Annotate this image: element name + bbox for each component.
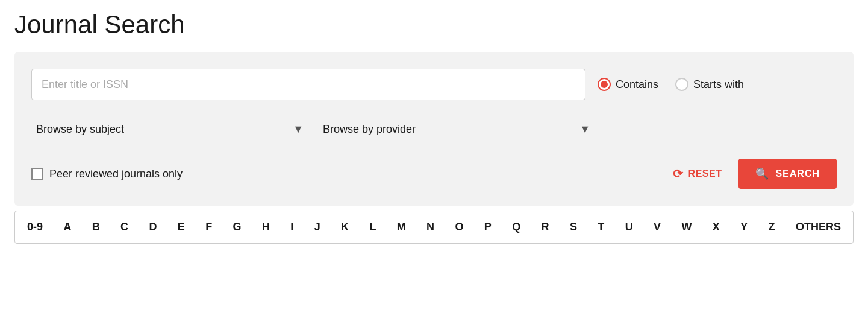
alpha-item-u[interactable]: U <box>623 220 635 235</box>
alpha-item-t[interactable]: T <box>595 220 607 235</box>
radio-starts-with-label: Starts with <box>693 78 744 91</box>
radio-contains-label: Contains <box>616 78 658 91</box>
alpha-item-i[interactable]: I <box>288 220 296 235</box>
alpha-item-0-9[interactable]: 0-9 <box>25 220 45 235</box>
radio-starts-with-circle <box>675 78 688 91</box>
alpha-item-s[interactable]: S <box>567 220 579 235</box>
search-label: SEARCH <box>775 168 820 179</box>
peer-reviewed-group: Peer reviewed journals only <box>31 168 183 180</box>
alpha-item-q[interactable]: Q <box>510 220 523 235</box>
alpha-item-l[interactable]: L <box>367 220 378 235</box>
reset-icon: ⟳ <box>673 166 684 181</box>
alpha-item-k[interactable]: K <box>339 220 351 235</box>
peer-reviewed-label: Peer reviewed journals only <box>49 168 183 180</box>
browse-provider-wrapper: Browse by provider ▼ <box>318 115 595 144</box>
radio-group: Contains Starts with <box>598 78 744 91</box>
alpha-item-m[interactable]: M <box>395 220 408 235</box>
alpha-item-a[interactable]: A <box>61 220 73 235</box>
search-input[interactable] <box>31 69 585 100</box>
radio-contains[interactable]: Contains <box>598 78 658 91</box>
search-button[interactable]: 🔍 SEARCH <box>738 159 837 189</box>
page-wrapper: Journal Search Contains Starts with Brow… <box>0 0 868 253</box>
alphabet-bar: 0-9ABCDEFGHIJKLMNOPQRSTUVWXYZOTHERS <box>14 211 854 244</box>
alpha-item-b[interactable]: B <box>90 220 102 235</box>
alpha-item-w[interactable]: W <box>679 220 694 235</box>
search-panel: Contains Starts with Browse by subject ▼… <box>14 52 854 206</box>
action-row: Peer reviewed journals only ⟳ RESET 🔍 SE… <box>31 159 837 189</box>
alpha-item-r[interactable]: R <box>539 220 552 235</box>
alpha-item-g[interactable]: G <box>231 220 244 235</box>
alpha-item-y[interactable]: Y <box>738 220 750 235</box>
alpha-item-j[interactable]: J <box>312 220 323 235</box>
alpha-item-h[interactable]: H <box>260 220 272 235</box>
search-row: Contains Starts with <box>31 69 837 100</box>
browse-row: Browse by subject ▼ Browse by provider ▼ <box>31 115 837 144</box>
reset-button[interactable]: ⟳ RESET <box>666 160 729 187</box>
alpha-item-others[interactable]: OTHERS <box>793 220 843 235</box>
alpha-item-c[interactable]: C <box>118 220 131 235</box>
page-title: Journal Search <box>14 10 854 40</box>
alpha-item-z[interactable]: Z <box>766 220 778 235</box>
peer-reviewed-checkbox[interactable] <box>31 168 43 180</box>
alpha-item-d[interactable]: D <box>146 220 159 235</box>
alpha-item-o[interactable]: O <box>452 220 466 235</box>
action-buttons: ⟳ RESET 🔍 SEARCH <box>666 159 837 189</box>
alpha-item-p[interactable]: P <box>482 220 494 235</box>
radio-starts-with[interactable]: Starts with <box>675 78 744 91</box>
alpha-item-v[interactable]: V <box>651 220 663 235</box>
alpha-item-f[interactable]: F <box>203 220 214 235</box>
browse-subject-wrapper: Browse by subject ▼ <box>31 115 308 144</box>
browse-subject-select[interactable]: Browse by subject <box>31 115 308 144</box>
alpha-item-e[interactable]: E <box>175 220 187 235</box>
search-icon: 🔍 <box>755 167 769 180</box>
alpha-item-n[interactable]: N <box>424 220 437 235</box>
alpha-item-x[interactable]: X <box>710 220 722 235</box>
browse-provider-select[interactable]: Browse by provider <box>318 115 595 144</box>
reset-label: RESET <box>688 168 722 179</box>
radio-contains-circle <box>598 78 611 91</box>
